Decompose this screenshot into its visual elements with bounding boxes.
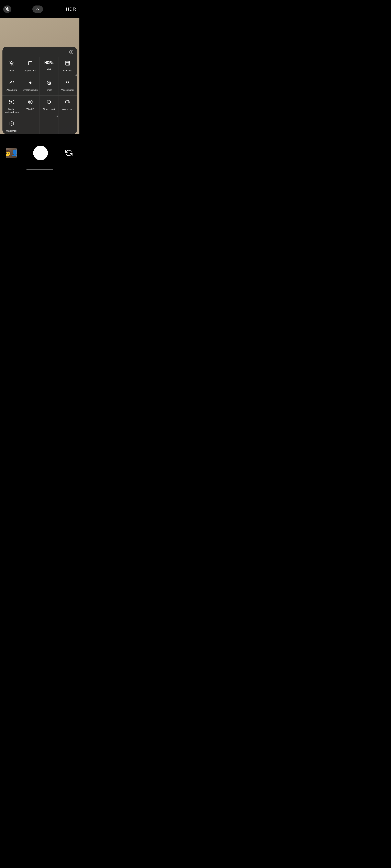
aspect-ratio-icon <box>28 61 33 66</box>
svg-rect-21 <box>68 82 69 83</box>
flash-toggle-button[interactable] <box>3 5 11 13</box>
gallery-image: 🧑 <box>6 148 17 158</box>
tilt-shift-item[interactable]: Tilt-shift <box>21 96 40 117</box>
ai-camera-label: AI camera <box>6 89 17 91</box>
motion-tracking-label: Motion tracking focus <box>4 108 19 114</box>
motion-tracking-icon <box>9 99 14 104</box>
hdr-icon: HDRA <box>45 61 54 65</box>
timer-item[interactable]: Timer <box>40 76 58 96</box>
svg-text:M: M <box>11 122 12 125</box>
svg-rect-23 <box>66 82 66 82</box>
settings-panel: Flash Aspect ratio HDRA HDR <box>2 47 77 134</box>
svg-rect-24 <box>69 82 69 82</box>
dynamic-shots-icon <box>28 80 33 85</box>
settings-toggle-button[interactable] <box>32 5 43 13</box>
svg-rect-19 <box>67 81 67 84</box>
svg-point-29 <box>11 101 12 102</box>
flash-item[interactable]: Flash <box>2 57 21 76</box>
gridlines-icon <box>65 61 70 66</box>
svg-point-2 <box>71 52 72 53</box>
home-indicator <box>26 169 53 170</box>
ai-camera-item[interactable]: AI AI camera <box>2 76 21 96</box>
timed-burst-icon <box>46 99 52 104</box>
camera-settings-icon <box>69 50 74 56</box>
bottom-bar: 🧑 <box>0 134 79 172</box>
flip-camera-button[interactable] <box>64 149 73 157</box>
assist-cam-item[interactable]: Assist cam <box>58 96 77 117</box>
timed-burst-item[interactable]: Timed burst <box>40 96 58 117</box>
voice-shutter-label: Voice shutter <box>61 89 74 91</box>
tilt-shift-label: Tilt-shift <box>26 108 34 111</box>
timer-label: Timer <box>46 89 52 91</box>
svg-rect-20 <box>67 81 68 83</box>
aspect-ratio-item[interactable]: Aspect ratio <box>21 57 40 76</box>
gridlines-label: Gridlines <box>63 69 72 72</box>
svg-point-32 <box>30 101 31 102</box>
hdr-button[interactable]: HDR <box>66 6 76 12</box>
flash-off-icon <box>5 7 9 11</box>
svg-rect-34 <box>65 101 68 103</box>
svg-point-13 <box>30 82 31 83</box>
watermark-item[interactable]: M Watermark <box>2 117 21 134</box>
settings-grid: Flash Aspect ratio HDRA HDR <box>2 57 77 134</box>
top-bar: HDR <box>0 0 79 18</box>
gallery-thumbnail[interactable]: 🧑 <box>6 148 17 158</box>
empty-cell-1 <box>21 117 40 134</box>
shutter-button[interactable] <box>33 146 48 160</box>
ai-icon: AI <box>9 80 14 85</box>
flash-label: Flash <box>9 69 15 72</box>
flash-icon <box>9 61 14 66</box>
dynamic-shots-label: Dynamic shots <box>23 89 38 91</box>
watermark-label: Watermark <box>6 129 17 132</box>
svg-rect-22 <box>66 82 67 83</box>
assist-cam-icon <box>65 99 70 104</box>
tilt-shift-icon <box>28 99 33 104</box>
svg-rect-5 <box>29 61 32 65</box>
svg-point-3 <box>70 51 73 53</box>
aspect-ratio-label: Aspect ratio <box>24 69 36 72</box>
voice-shutter-item[interactable]: Voice shutter <box>58 76 77 96</box>
empty-cell-2 <box>40 117 58 134</box>
hdr-grid-label: HDR <box>47 68 51 71</box>
dynamic-shots-item[interactable]: Dynamic shots <box>21 76 40 96</box>
empty-cell-3 <box>58 117 77 134</box>
voice-shutter-icon <box>65 80 70 85</box>
watermark-icon: M <box>9 121 14 126</box>
svg-rect-6 <box>66 61 70 65</box>
chevron-up-icon <box>36 7 40 11</box>
timer-icon <box>46 80 52 85</box>
hdr-item[interactable]: HDRA HDR <box>40 57 58 76</box>
timed-burst-label: Timed burst <box>43 108 55 111</box>
flip-camera-icon <box>65 149 73 157</box>
assist-cam-label: Assist cam <box>62 108 73 111</box>
motion-tracking-item[interactable]: Motion tracking focus <box>2 96 21 117</box>
gridlines-item[interactable]: Gridlines <box>58 57 77 76</box>
